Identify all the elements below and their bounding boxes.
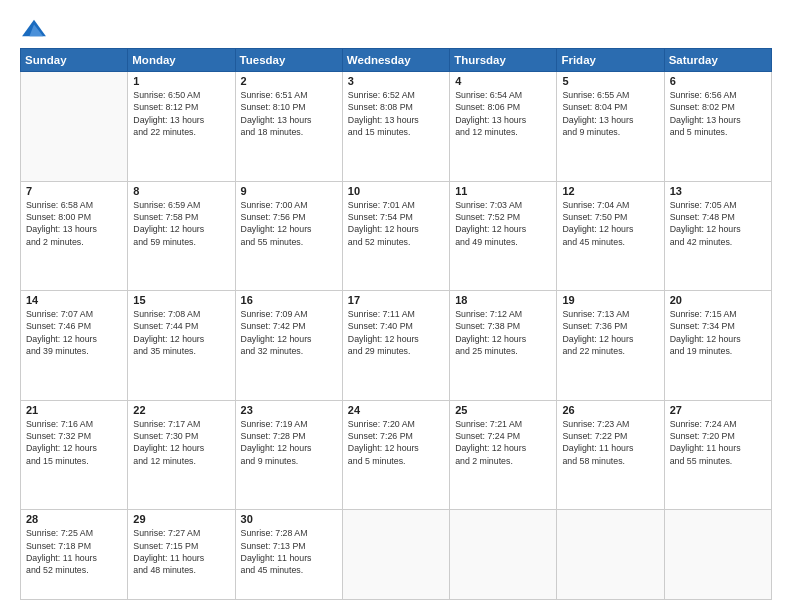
day-info: Sunrise: 7:00 AM Sunset: 7:56 PM Dayligh… [241, 199, 337, 248]
day-info: Sunrise: 6:55 AM Sunset: 8:04 PM Dayligh… [562, 89, 658, 138]
calendar-cell: 26Sunrise: 7:23 AM Sunset: 7:22 PM Dayli… [557, 400, 664, 510]
day-info: Sunrise: 7:25 AM Sunset: 7:18 PM Dayligh… [26, 527, 122, 576]
calendar-cell [450, 510, 557, 600]
calendar-cell: 30Sunrise: 7:28 AM Sunset: 7:13 PM Dayli… [235, 510, 342, 600]
day-number: 20 [670, 294, 766, 306]
day-info: Sunrise: 7:07 AM Sunset: 7:46 PM Dayligh… [26, 308, 122, 357]
day-number: 1 [133, 75, 229, 87]
calendar-cell: 5Sunrise: 6:55 AM Sunset: 8:04 PM Daylig… [557, 72, 664, 182]
day-info: Sunrise: 6:56 AM Sunset: 8:02 PM Dayligh… [670, 89, 766, 138]
week-row-5: 28Sunrise: 7:25 AM Sunset: 7:18 PM Dayli… [21, 510, 772, 600]
day-number: 5 [562, 75, 658, 87]
calendar-cell: 19Sunrise: 7:13 AM Sunset: 7:36 PM Dayli… [557, 291, 664, 401]
calendar-cell: 1Sunrise: 6:50 AM Sunset: 8:12 PM Daylig… [128, 72, 235, 182]
calendar-cell: 22Sunrise: 7:17 AM Sunset: 7:30 PM Dayli… [128, 400, 235, 510]
day-number: 19 [562, 294, 658, 306]
weekday-header-tuesday: Tuesday [235, 49, 342, 72]
calendar-cell: 7Sunrise: 6:58 AM Sunset: 8:00 PM Daylig… [21, 181, 128, 291]
calendar-cell: 12Sunrise: 7:04 AM Sunset: 7:50 PM Dayli… [557, 181, 664, 291]
day-number: 12 [562, 185, 658, 197]
calendar-cell: 28Sunrise: 7:25 AM Sunset: 7:18 PM Dayli… [21, 510, 128, 600]
day-number: 2 [241, 75, 337, 87]
calendar-cell: 27Sunrise: 7:24 AM Sunset: 7:20 PM Dayli… [664, 400, 771, 510]
weekday-header-friday: Friday [557, 49, 664, 72]
day-info: Sunrise: 6:51 AM Sunset: 8:10 PM Dayligh… [241, 89, 337, 138]
weekday-header-wednesday: Wednesday [342, 49, 449, 72]
day-number: 14 [26, 294, 122, 306]
calendar-cell: 3Sunrise: 6:52 AM Sunset: 8:08 PM Daylig… [342, 72, 449, 182]
day-info: Sunrise: 7:09 AM Sunset: 7:42 PM Dayligh… [241, 308, 337, 357]
day-info: Sunrise: 7:05 AM Sunset: 7:48 PM Dayligh… [670, 199, 766, 248]
day-info: Sunrise: 7:11 AM Sunset: 7:40 PM Dayligh… [348, 308, 444, 357]
day-info: Sunrise: 7:21 AM Sunset: 7:24 PM Dayligh… [455, 418, 551, 467]
day-info: Sunrise: 7:01 AM Sunset: 7:54 PM Dayligh… [348, 199, 444, 248]
calendar-cell: 8Sunrise: 6:59 AM Sunset: 7:58 PM Daylig… [128, 181, 235, 291]
day-number: 9 [241, 185, 337, 197]
day-info: Sunrise: 7:27 AM Sunset: 7:15 PM Dayligh… [133, 527, 229, 576]
day-info: Sunrise: 7:23 AM Sunset: 7:22 PM Dayligh… [562, 418, 658, 467]
calendar-cell: 17Sunrise: 7:11 AM Sunset: 7:40 PM Dayli… [342, 291, 449, 401]
day-number: 10 [348, 185, 444, 197]
calendar-cell: 6Sunrise: 6:56 AM Sunset: 8:02 PM Daylig… [664, 72, 771, 182]
header [20, 18, 772, 40]
calendar-cell: 24Sunrise: 7:20 AM Sunset: 7:26 PM Dayli… [342, 400, 449, 510]
day-info: Sunrise: 7:03 AM Sunset: 7:52 PM Dayligh… [455, 199, 551, 248]
day-number: 23 [241, 404, 337, 416]
day-number: 11 [455, 185, 551, 197]
week-row-4: 21Sunrise: 7:16 AM Sunset: 7:32 PM Dayli… [21, 400, 772, 510]
logo-icon [20, 18, 48, 40]
weekday-header-row: SundayMondayTuesdayWednesdayThursdayFrid… [21, 49, 772, 72]
day-number: 27 [670, 404, 766, 416]
calendar-cell: 11Sunrise: 7:03 AM Sunset: 7:52 PM Dayli… [450, 181, 557, 291]
day-info: Sunrise: 7:13 AM Sunset: 7:36 PM Dayligh… [562, 308, 658, 357]
weekday-header-saturday: Saturday [664, 49, 771, 72]
day-info: Sunrise: 7:08 AM Sunset: 7:44 PM Dayligh… [133, 308, 229, 357]
day-number: 28 [26, 513, 122, 525]
calendar: SundayMondayTuesdayWednesdayThursdayFrid… [20, 48, 772, 600]
day-info: Sunrise: 7:28 AM Sunset: 7:13 PM Dayligh… [241, 527, 337, 576]
day-number: 8 [133, 185, 229, 197]
day-info: Sunrise: 7:19 AM Sunset: 7:28 PM Dayligh… [241, 418, 337, 467]
day-info: Sunrise: 6:52 AM Sunset: 8:08 PM Dayligh… [348, 89, 444, 138]
day-number: 26 [562, 404, 658, 416]
calendar-cell: 21Sunrise: 7:16 AM Sunset: 7:32 PM Dayli… [21, 400, 128, 510]
day-number: 21 [26, 404, 122, 416]
calendar-cell [557, 510, 664, 600]
day-info: Sunrise: 7:12 AM Sunset: 7:38 PM Dayligh… [455, 308, 551, 357]
day-number: 17 [348, 294, 444, 306]
calendar-cell: 13Sunrise: 7:05 AM Sunset: 7:48 PM Dayli… [664, 181, 771, 291]
day-info: Sunrise: 6:58 AM Sunset: 8:00 PM Dayligh… [26, 199, 122, 248]
week-row-1: 1Sunrise: 6:50 AM Sunset: 8:12 PM Daylig… [21, 72, 772, 182]
day-number: 3 [348, 75, 444, 87]
calendar-cell: 14Sunrise: 7:07 AM Sunset: 7:46 PM Dayli… [21, 291, 128, 401]
day-info: Sunrise: 6:54 AM Sunset: 8:06 PM Dayligh… [455, 89, 551, 138]
weekday-header-monday: Monday [128, 49, 235, 72]
day-number: 6 [670, 75, 766, 87]
day-info: Sunrise: 7:24 AM Sunset: 7:20 PM Dayligh… [670, 418, 766, 467]
day-number: 13 [670, 185, 766, 197]
calendar-cell: 23Sunrise: 7:19 AM Sunset: 7:28 PM Dayli… [235, 400, 342, 510]
page: SundayMondayTuesdayWednesdayThursdayFrid… [0, 0, 792, 612]
week-row-3: 14Sunrise: 7:07 AM Sunset: 7:46 PM Dayli… [21, 291, 772, 401]
week-row-2: 7Sunrise: 6:58 AM Sunset: 8:00 PM Daylig… [21, 181, 772, 291]
calendar-cell: 16Sunrise: 7:09 AM Sunset: 7:42 PM Dayli… [235, 291, 342, 401]
day-info: Sunrise: 6:59 AM Sunset: 7:58 PM Dayligh… [133, 199, 229, 248]
day-info: Sunrise: 7:16 AM Sunset: 7:32 PM Dayligh… [26, 418, 122, 467]
calendar-cell: 2Sunrise: 6:51 AM Sunset: 8:10 PM Daylig… [235, 72, 342, 182]
calendar-cell: 10Sunrise: 7:01 AM Sunset: 7:54 PM Dayli… [342, 181, 449, 291]
calendar-cell: 18Sunrise: 7:12 AM Sunset: 7:38 PM Dayli… [450, 291, 557, 401]
day-number: 25 [455, 404, 551, 416]
day-number: 30 [241, 513, 337, 525]
logo [20, 18, 52, 40]
calendar-cell: 29Sunrise: 7:27 AM Sunset: 7:15 PM Dayli… [128, 510, 235, 600]
weekday-header-sunday: Sunday [21, 49, 128, 72]
calendar-cell: 9Sunrise: 7:00 AM Sunset: 7:56 PM Daylig… [235, 181, 342, 291]
day-number: 4 [455, 75, 551, 87]
day-number: 24 [348, 404, 444, 416]
calendar-cell [342, 510, 449, 600]
day-number: 29 [133, 513, 229, 525]
calendar-cell: 25Sunrise: 7:21 AM Sunset: 7:24 PM Dayli… [450, 400, 557, 510]
day-number: 7 [26, 185, 122, 197]
day-number: 18 [455, 294, 551, 306]
calendar-cell [664, 510, 771, 600]
